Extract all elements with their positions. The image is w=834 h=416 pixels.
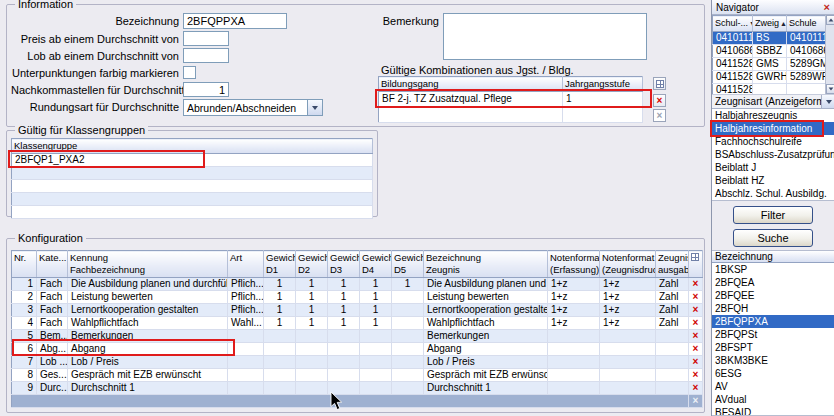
konfig-row[interactable]: 6 Abg... Abgang Abgang × (12, 343, 703, 356)
cell-gewicht-d1[interactable] (264, 356, 296, 369)
cell-art[interactable]: Wahl... (228, 317, 264, 330)
cell-art[interactable] (228, 330, 264, 343)
cell-zeugnis[interactable]: Lob / Preis (424, 356, 548, 369)
bezeichnung-item[interactable]: 2BFSPT (712, 341, 834, 354)
col-header-zeugnisausgabe[interactable]: Zeugnis- ausgabe (656, 251, 689, 278)
cell-art[interactable] (228, 356, 264, 369)
rundungsart-select[interactable]: Abrunden/Abschneiden (183, 99, 323, 116)
delete-row-icon[interactable]: × (689, 304, 703, 317)
col-header-gewicht-d5[interactable]: Gewicht D5 (392, 251, 424, 278)
zeugnisart-item-selected[interactable]: Halbjahresinformation (712, 122, 834, 135)
delete-row-icon[interactable]: × (689, 382, 703, 395)
cell-art[interactable]: Pflich... (228, 278, 264, 291)
cell-notenformat-zeugnisdruck[interactable] (600, 356, 656, 369)
cell-bildungsgang[interactable]: BF 2-j. TZ Zusatzqual. Pflege (379, 92, 563, 107)
schools-scrollbar[interactable] (825, 15, 834, 94)
cell-schule[interactable]: 04106860 (787, 45, 826, 58)
cell-schule[interactable]: 5289GMS (787, 58, 826, 71)
cell-gewicht-d4[interactable] (360, 356, 392, 369)
empty-row[interactable] (12, 180, 373, 193)
konfig-row[interactable]: 5 Bem... Bemerkungen Bemerkungen × (12, 330, 703, 343)
school-row[interactable]: 04115289 GMS 5289GMS (713, 58, 826, 71)
cell-zweig[interactable]: BS (753, 32, 787, 45)
delete-row-icon[interactable]: × (689, 291, 703, 304)
nachkommastellen-input[interactable] (183, 82, 229, 97)
konfig-row[interactable]: 3 Fach Lernortkooperation gestalten Pfli… (12, 304, 703, 317)
zeugnisart-item[interactable]: Abschlz. Schul. Ausbildg. (712, 187, 834, 200)
cell-gewicht-d1[interactable] (264, 343, 296, 356)
klassengruppe-row[interactable]: 2BFQP1_PXA2 (12, 154, 373, 167)
col-header-bildungsgang[interactable]: Bildungsgang (379, 77, 563, 92)
cell-gewicht-d2[interactable]: 1 (296, 317, 328, 330)
scroll-up-icon[interactable] (826, 15, 834, 25)
cell-notenformat-erfassung[interactable]: 1+z (548, 278, 600, 291)
cell-zeugnisausgabe[interactable]: Zahl (656, 278, 689, 291)
cell-kennung[interactable]: Wahlpflichtfach (68, 317, 228, 330)
cell-gewicht-d5[interactable] (392, 382, 424, 395)
cell-schule[interactable]: 5289WRHS (787, 71, 826, 84)
cell-gewicht-d3[interactable]: 1 (328, 278, 360, 291)
cell-kategorie[interactable]: Bem... (37, 330, 68, 343)
cell-art[interactable] (228, 369, 264, 382)
cell-schulnr[interactable]: 04115289 (713, 58, 753, 71)
cell-zweig[interactable]: GWRHS (753, 71, 787, 84)
kombination-empty-row[interactable] (379, 107, 643, 123)
cell-nr[interactable]: 3 (12, 304, 37, 317)
cell-nr[interactable]: 8 (12, 369, 37, 382)
cell-gewicht-d1[interactable] (264, 330, 296, 343)
cell-zweig[interactable]: SBBZ (753, 45, 787, 58)
cell-zeugnisausgabe[interactable]: Zahl (656, 304, 689, 317)
cell-zeugnisausgabe[interactable] (656, 369, 689, 382)
clear-kombination-icon[interactable]: × (653, 109, 666, 122)
delete-row-icon[interactable]: × (689, 343, 703, 356)
cell-gewicht-d5[interactable] (392, 343, 424, 356)
cell-kategorie[interactable]: Abg... (37, 343, 68, 356)
cell-gewicht-d2[interactable]: 1 (296, 291, 328, 304)
cell-gewicht-d4[interactable] (360, 330, 392, 343)
cell-kategorie[interactable]: Ges... (37, 369, 68, 382)
cell-gewicht-d4[interactable]: 1 (360, 317, 392, 330)
scroll-down-icon[interactable] (826, 84, 834, 94)
cell-kennung[interactable]: Bemerkungen (68, 330, 228, 343)
cell-gewicht-d3[interactable] (328, 343, 360, 356)
cell-notenformat-erfassung[interactable]: 1+z (548, 317, 600, 330)
cell-gewicht-d1[interactable] (264, 382, 296, 395)
zeugnisart-select[interactable]: Zeugnisart (Anzeigeform) (712, 94, 834, 109)
cell-notenformat-zeugnisdruck[interactable]: 1+z (600, 291, 656, 304)
filter-button[interactable]: Filter (733, 206, 813, 224)
cell-kennung[interactable]: Abgang (68, 343, 228, 356)
col-header-kennung[interactable]: Kennung Fachbezeichnung (68, 251, 228, 278)
school-row[interactable]: 04101114 BS 04101114 (713, 32, 826, 45)
cell-gewicht-d3[interactable] (328, 330, 360, 343)
zeugnisart-item[interactable]: Halbjahreszeugnis (712, 109, 834, 122)
bezeichnung-item[interactable]: 6ESG (712, 367, 834, 380)
bezeichnung-item[interactable]: 2BFQPSt (712, 328, 834, 341)
cell-schulnr[interactable]: 04101114 (713, 32, 753, 45)
cell-zeugnis[interactable]: Wahlpflichtfach (424, 317, 548, 330)
bezeichnung-item[interactable]: BFSAID (712, 406, 834, 416)
cell-zeugnisausgabe[interactable] (656, 330, 689, 343)
cell-kennung[interactable]: Die Ausbildung planen und durchführ... (68, 278, 228, 291)
cell-gewicht-d4[interactable]: 1 (360, 278, 392, 291)
cell-nr[interactable]: 9 (12, 382, 37, 395)
cell-art[interactable] (228, 382, 264, 395)
col-header-schule[interactable]: Schule (787, 16, 826, 32)
delete-row-icon[interactable]: × (689, 356, 703, 369)
cell-gewicht-d1[interactable]: 1 (264, 291, 296, 304)
cell-zeugnisausgabe[interactable]: Zahl (656, 317, 689, 330)
cell-gewicht-d2[interactable]: 1 (296, 304, 328, 317)
cell-kategorie[interactable]: Fach (37, 278, 68, 291)
cell-gewicht-d5[interactable] (392, 330, 424, 343)
cell-klassengruppe[interactable]: 2BFQP1_PXA2 (12, 154, 373, 167)
empty-row[interactable] (12, 193, 373, 206)
col-header-art[interactable]: Art (228, 251, 264, 278)
cell-notenformat-zeugnisdruck[interactable] (600, 330, 656, 343)
col-header-gewicht-d2[interactable]: Gewicht D2 (296, 251, 328, 278)
cell-zeugnisausgabe[interactable]: Zahl (656, 291, 689, 304)
cell-kategorie[interactable]: Fach (37, 317, 68, 330)
cell-gewicht-d2[interactable] (296, 369, 328, 382)
cell-zeugnisausgabe[interactable] (656, 382, 689, 395)
cell-gewicht-d4[interactable]: 1 (360, 291, 392, 304)
kombination-row[interactable]: BF 2-j. TZ Zusatzqual. Pflege 1 (379, 92, 643, 107)
bezeichnung-item[interactable]: AVdual (712, 393, 834, 406)
